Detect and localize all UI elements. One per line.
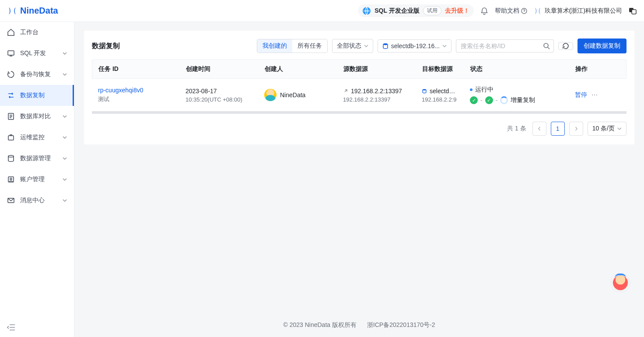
chevron-down-icon xyxy=(63,72,67,77)
sidebar-item-8[interactable]: 消息中心 xyxy=(0,190,74,211)
footer: © 2023 NineData 版权所有 浙ICP备2022013170号-2 xyxy=(74,313,644,337)
column-header: 创建人 xyxy=(259,60,337,78)
column-header: 创建时间 xyxy=(180,60,259,78)
svg-rect-4 xyxy=(8,51,14,55)
sidebar-item-label: 工作台 xyxy=(20,28,38,36)
link-icon xyxy=(343,88,348,94)
sidebar-item-label: 数据复制 xyxy=(20,91,45,99)
target-sub: 192.168.2.2:9 xyxy=(422,96,458,103)
created-time: 10:35:20(UTC +08:00) xyxy=(186,96,252,103)
chevron-down-icon xyxy=(617,126,622,131)
sidebar-item-6[interactable]: 数据源管理 xyxy=(0,148,74,169)
sidebar-item-label: SQL 开发 xyxy=(20,49,46,57)
filter-status-label: 全部状态 xyxy=(337,42,361,50)
chevron-down-icon xyxy=(364,44,368,48)
footer-copyright: © 2023 NineData 版权所有 xyxy=(283,321,357,328)
svg-rect-3 xyxy=(632,10,636,14)
svg-point-7 xyxy=(8,155,14,157)
org-name: 玖章算术(浙江)科技有限公司 xyxy=(545,7,622,15)
pagination-size-label: 10 条/页 xyxy=(592,125,615,133)
help-label: 帮助文档 xyxy=(495,7,519,15)
notification-icon[interactable] xyxy=(480,7,489,15)
filter-status-select[interactable]: 全部状态 xyxy=(332,39,373,53)
search-button[interactable] xyxy=(539,39,554,53)
creator-name: NineData xyxy=(280,91,305,98)
support-chat-button[interactable] xyxy=(610,272,631,293)
target-main: selectdb-1 xyxy=(430,88,458,95)
task-name: 测试 xyxy=(98,95,173,103)
created-date: 2023-08-17 xyxy=(186,88,217,95)
filter-my-tasks[interactable]: 我创建的 xyxy=(257,39,292,53)
chevron-down-icon xyxy=(63,135,67,140)
edition-label: SQL 开发企业版 xyxy=(374,7,419,15)
help-link[interactable]: 帮助文档 xyxy=(495,7,527,15)
sidebar-item-7[interactable]: 账户管理 xyxy=(0,169,74,190)
source-sub: 192.168.2.2:13397 xyxy=(343,96,410,103)
chevron-down-icon xyxy=(63,51,67,56)
sidebar-item-2[interactable]: 备份与恢复 xyxy=(0,64,74,85)
footer-icp[interactable]: 浙ICP备2022013170号-2 xyxy=(367,321,435,328)
sidebar-item-0[interactable]: 工作台 xyxy=(0,22,74,43)
avatar xyxy=(264,89,276,101)
sidebar-collapse[interactable] xyxy=(0,319,74,337)
sidebar-item-label: 数据库对比 xyxy=(20,112,51,120)
org-switcher[interactable]: 玖章算术(浙江)科技有限公司 xyxy=(533,7,622,15)
filter-owner-segment: 我创建的 所有任务 xyxy=(257,39,328,53)
sidebar-item-label: 备份与恢复 xyxy=(20,70,51,78)
column-header: 任务 ID xyxy=(92,60,180,78)
sidebar-item-5[interactable]: 运维监控 xyxy=(0,127,74,148)
column-header: 源数据源 xyxy=(337,60,416,78)
upgrade-link[interactable]: 去升级！ xyxy=(445,7,469,15)
column-header: 状态 xyxy=(464,60,569,78)
svg-point-11 xyxy=(383,43,388,45)
sidebar-item-label: 数据源管理 xyxy=(20,154,51,162)
source-main: 192.168.2.2:13397 xyxy=(351,88,402,95)
more-actions[interactable]: ⋯ xyxy=(592,91,598,98)
pagination-page-1[interactable]: 1 xyxy=(551,122,565,136)
database-icon xyxy=(422,88,427,94)
language-icon[interactable] xyxy=(628,7,637,15)
chevron-down-icon xyxy=(63,114,67,119)
check-icon: ✓ xyxy=(485,96,493,104)
status-text: 运行中 xyxy=(475,86,494,94)
svg-point-9 xyxy=(10,178,12,180)
filter-all-tasks[interactable]: 所有任务 xyxy=(292,39,327,53)
sidebar-item-1[interactable]: SQL 开发 xyxy=(0,43,74,64)
sidebar: 工作台SQL 开发备份与恢复数据复制数据库对比运维监控数据源管理账户管理消息中心 xyxy=(0,22,74,337)
brand-logo[interactable]: NineData xyxy=(7,6,58,16)
sidebar-item-label: 账户管理 xyxy=(20,176,45,183)
sidebar-item-3[interactable]: 数据复制 xyxy=(0,85,74,106)
search-input[interactable] xyxy=(456,39,539,53)
edition-badge[interactable]: SQL 开发企业版 试用 去升级！ xyxy=(358,4,473,17)
svg-rect-6 xyxy=(8,136,14,140)
sidebar-item-label: 运维监控 xyxy=(20,133,45,141)
globe-icon xyxy=(362,7,371,15)
reload-button[interactable] xyxy=(558,42,573,50)
pagination-prev[interactable] xyxy=(532,122,546,136)
create-task-button[interactable]: 创建数据复制 xyxy=(578,39,626,53)
check-icon: ✓ xyxy=(470,96,478,104)
chevron-down-icon xyxy=(63,198,67,203)
chevron-down-icon xyxy=(63,156,67,161)
reload-icon xyxy=(562,42,569,49)
chevron-right-icon xyxy=(574,126,578,131)
search-icon xyxy=(543,42,550,49)
status-phase: 增量复制 xyxy=(511,96,535,104)
pagination-next[interactable] xyxy=(569,122,583,136)
chevron-down-icon xyxy=(63,177,67,182)
pagination-total: 共 1 条 xyxy=(507,125,526,133)
sidebar-item-label: 消息中心 xyxy=(20,197,45,204)
brand-name: NineData xyxy=(20,6,58,16)
filter-datasource-label: selectdb-192.16... xyxy=(391,42,440,49)
svg-point-13 xyxy=(423,89,426,90)
filter-datasource-select[interactable]: selectdb-192.16... xyxy=(378,39,452,53)
org-icon xyxy=(533,7,542,15)
help-icon xyxy=(521,8,527,14)
pause-button[interactable]: 暂停 xyxy=(575,91,587,99)
trial-badge: 试用 xyxy=(423,6,441,15)
page-title: 数据复制 xyxy=(92,42,120,51)
sidebar-item-4[interactable]: 数据库对比 xyxy=(0,106,74,127)
column-header: 目标数据源 xyxy=(416,60,464,78)
task-id-link[interactable]: rp-cuugxehqi8v0 xyxy=(98,87,144,94)
pagination-size-select[interactable]: 10 条/页 xyxy=(588,122,626,136)
